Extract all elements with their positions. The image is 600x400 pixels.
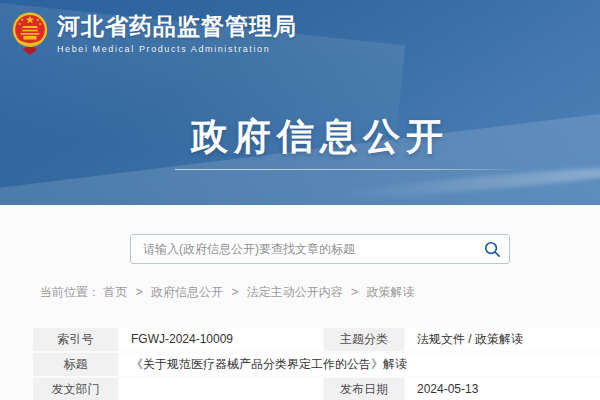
breadcrumb-item-home[interactable]: 首页 xyxy=(103,285,127,299)
table-label-title: 标题 xyxy=(33,353,118,376)
table-label-publish-date: 发布日期 xyxy=(324,378,404,400)
info-table: 索引号 FGWJ-2024-10009 主题分类 法规文件 / 政策解读 标题 … xyxy=(33,328,600,400)
table-value-index-no: FGWJ-2024-10009 xyxy=(120,328,322,351)
breadcrumb-separator: > xyxy=(351,285,358,299)
breadcrumb: 当前位置： 首页 > 政府信息公开 > 法定主动公开内容 > 政策解读 xyxy=(40,284,414,301)
breadcrumb-item-current: 政策解读 xyxy=(366,285,414,299)
breadcrumb-separator: > xyxy=(231,285,238,299)
breadcrumb-item-disclosure-content[interactable]: 法定主动公开内容 xyxy=(247,285,343,299)
title-underline-divider xyxy=(175,169,525,170)
table-value-topic-category: 法规文件 / 政策解读 xyxy=(406,328,600,351)
search-bar xyxy=(130,234,510,264)
org-name-cn: 河北省药品监督管理局 xyxy=(57,12,297,40)
national-emblem-icon xyxy=(12,9,48,57)
org-name-en: Hebei Medical Products Administration xyxy=(57,44,297,54)
search-input[interactable] xyxy=(131,235,475,263)
breadcrumb-prefix: 当前位置： xyxy=(40,285,100,299)
page-title: 政府信息公开 xyxy=(0,112,600,162)
site-logo[interactable]: 河北省药品监督管理局 Hebei Medical Products Admini… xyxy=(12,9,297,57)
table-value-issuing-dept xyxy=(120,378,322,400)
table-value-publish-date: 2024-05-13 xyxy=(406,378,600,400)
table-label-topic-category: 主题分类 xyxy=(324,328,404,351)
site-logo-text: 河北省药品监督管理局 Hebei Medical Products Admini… xyxy=(57,12,297,54)
breadcrumb-separator: > xyxy=(136,285,143,299)
header-banner: 河北省药品监督管理局 Hebei Medical Products Admini… xyxy=(0,0,600,205)
page-root: 河北省药品监督管理局 Hebei Medical Products Admini… xyxy=(0,0,600,400)
search-icon[interactable] xyxy=(483,240,502,259)
table-value-title: 《关于规范医疗器械产品分类界定工作的公告》解读 xyxy=(120,353,600,376)
breadcrumb-item-gov-info[interactable]: 政府信息公开 xyxy=(151,285,223,299)
search-button[interactable] xyxy=(475,235,509,263)
table-label-index-no: 索引号 xyxy=(33,328,118,351)
table-label-issuing-dept: 发文部门 xyxy=(33,378,118,400)
